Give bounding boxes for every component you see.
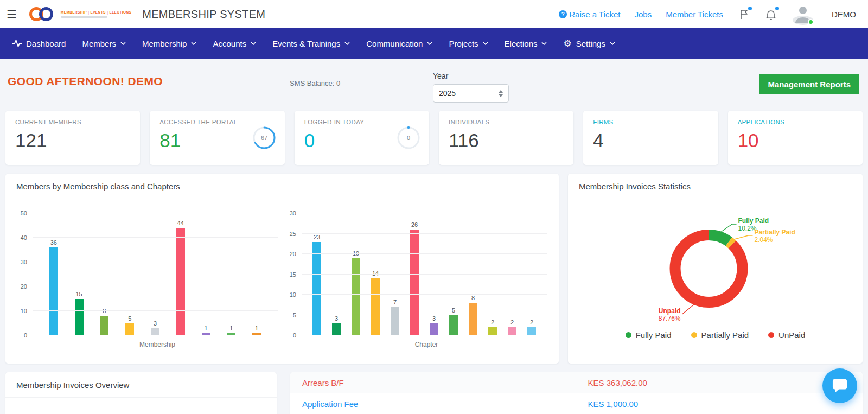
- legend-item-partially-paid[interactable]: Partially Paid: [691, 330, 749, 340]
- online-status-dot: [808, 19, 814, 25]
- nav-item-members[interactable]: Members: [74, 28, 134, 59]
- gauge-start-dot: [407, 126, 410, 129]
- nav-item-events-trainings[interactable]: Events & Trainings: [264, 28, 358, 59]
- chevron-down-icon: [483, 42, 488, 45]
- gridline: [302, 274, 547, 275]
- nav-item-elections[interactable]: Elections: [496, 28, 556, 59]
- sms-balance: SMS Balance: 0: [290, 79, 340, 87]
- invoice-row-label[interactable]: Application Fee: [290, 399, 588, 409]
- bar: [125, 323, 134, 336]
- chevron-down-icon: [344, 42, 350, 45]
- nav-item-projects[interactable]: Projects: [441, 28, 496, 59]
- stat-card-applications: APPLICATIONS 10: [728, 111, 863, 165]
- main-navbar: DashboardMembersMembershipAccountsEvents…: [0, 28, 868, 59]
- bar: [449, 315, 458, 336]
- bar: [371, 278, 380, 335]
- nav-item-communication[interactable]: Communication: [358, 28, 441, 59]
- bar: [469, 303, 477, 335]
- bar-value-label: 3: [154, 320, 157, 327]
- bar-group: 1: [252, 325, 261, 336]
- bars: 2331914726358222: [302, 213, 547, 335]
- bar-value-label: 5: [128, 315, 131, 322]
- bar-group: 7: [391, 299, 399, 336]
- y-tick-label: 30: [290, 211, 296, 216]
- stat-label: APPLICATIONS: [738, 119, 853, 125]
- donut-chart: Fully Paid 10.2% Partially Paid 2.04% Un…: [568, 199, 863, 327]
- plot-area: 361585344111: [33, 213, 282, 335]
- bar-value-label: 2: [510, 319, 514, 326]
- nav-item-settings[interactable]: ⚙Settings: [555, 28, 623, 59]
- bell-icon[interactable]: [764, 8, 777, 21]
- y-tick-label: 0: [24, 333, 27, 339]
- y-tick-label: 30: [21, 259, 27, 265]
- raise-ticket-link[interactable]: ? Raise a Ticket: [559, 10, 620, 19]
- gridline: [302, 253, 547, 254]
- year-select[interactable]: 2025: [433, 84, 509, 103]
- bar-value-label: 1: [255, 325, 258, 332]
- app-logo: MEMBERSHIP | EVENTS | ELECTIONS: [25, 5, 131, 23]
- plot-area: 2331914726358222: [302, 213, 551, 335]
- bar: [75, 299, 84, 336]
- invoice-stats-panel: Membership Invoices Statistics Fully Pai…: [568, 174, 863, 364]
- bar-group: 26: [410, 221, 419, 335]
- bar-group: 8: [100, 308, 108, 335]
- bar: [49, 247, 58, 335]
- y-tick-label: 5: [293, 312, 296, 318]
- chat-bubble-icon: [832, 378, 848, 393]
- bar-group: 2: [508, 319, 516, 335]
- chat-widget-button[interactable]: [822, 368, 857, 403]
- bar: [391, 307, 399, 336]
- stat-label: FIRMS: [593, 119, 708, 125]
- gauge-value: 67: [261, 135, 267, 141]
- stat-label: INDIVIDUALS: [449, 119, 564, 125]
- nav-item-membership[interactable]: Membership: [134, 28, 205, 59]
- nav-item-label: Membership: [142, 39, 187, 48]
- y-axis: 01020304050: [13, 213, 33, 335]
- activity-icon: [12, 40, 22, 47]
- gauge-chart: 67: [252, 126, 276, 150]
- main-content: GOOD AFTERNOON! DEMO SMS Balance: 0 Year…: [0, 59, 868, 414]
- member-tickets-link[interactable]: Member Tickets: [666, 10, 723, 19]
- flag-icon[interactable]: [737, 8, 750, 21]
- bar-charts-body: 01020304050 361585344111 Membership 0510…: [5, 199, 559, 348]
- nav-item-label: Communication: [366, 39, 423, 48]
- bar-value-label: 8: [471, 295, 475, 301]
- top-bar-actions: ? Raise a Ticket Jobs Member Tickets: [559, 3, 856, 26]
- nav-item-dashboard[interactable]: Dashboard: [4, 28, 74, 59]
- stat-card-firms: FIRMS 4: [583, 111, 718, 165]
- charts-row: Members by Membership class and Chapters…: [5, 174, 863, 364]
- nav-item-label: Accounts: [213, 39, 246, 48]
- user-avatar[interactable]: [793, 3, 813, 26]
- management-reports-button[interactable]: Management Reports: [759, 74, 859, 94]
- bar-group: 14: [371, 270, 380, 335]
- bar-group: 8: [469, 295, 477, 335]
- app-title: MEMBERSHIP SYSTEM: [142, 8, 265, 21]
- year-select-value: 2025: [439, 89, 456, 98]
- bar: [488, 327, 497, 335]
- bar-group: 15: [75, 291, 84, 336]
- bar: [527, 327, 536, 335]
- bar-value-label: 44: [177, 220, 184, 226]
- user-name: DEMO: [832, 10, 856, 19]
- chevron-down-icon: [427, 42, 432, 45]
- nav-item-accounts[interactable]: Accounts: [205, 28, 264, 59]
- jobs-link[interactable]: Jobs: [634, 10, 652, 19]
- gridline: [33, 237, 278, 238]
- gridline: [302, 233, 547, 234]
- logo-text: MEMBERSHIP | EVENTS | ELECTIONS: [61, 10, 131, 18]
- chapter-bar-chart: 051015202530 2331914726358222 Chapter: [282, 213, 551, 348]
- nav-item-label: Elections: [505, 39, 538, 48]
- bar-group: 3: [430, 315, 438, 336]
- bar-value-label: 2: [530, 319, 533, 326]
- y-tick-label: 10: [21, 308, 27, 314]
- bar-group: 3: [332, 315, 341, 336]
- stat-card-logged-in-today: LOGGED-IN TODAY 0 0: [295, 111, 429, 165]
- hamburger-menu-icon[interactable]: ☰: [7, 9, 17, 20]
- legend-item-fully-paid[interactable]: Fully Paid: [626, 330, 672, 340]
- annotation-percent: 2.04%: [755, 236, 773, 244]
- legend-item-unpaid[interactable]: UnPaid: [768, 330, 805, 340]
- invoices-table-panel: Arrears B/F KES 363,062.00 Application F…: [290, 372, 863, 414]
- stat-card-individuals: INDIVIDUALS 116: [439, 111, 573, 165]
- bar-group: 5: [449, 307, 458, 336]
- bar: [332, 323, 341, 336]
